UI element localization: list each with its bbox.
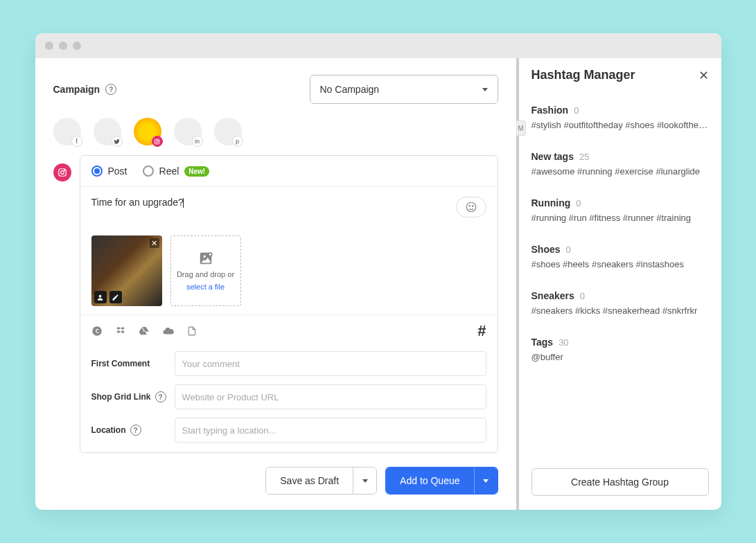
radio-icon [143,166,154,177]
hashtag-group-name: Tags [531,337,554,348]
hashtag-group[interactable]: Running0#running #run #fitness #runner #… [531,197,709,223]
file-icon[interactable] [187,326,197,337]
pinterest-icon: p [232,136,243,147]
save-draft-options[interactable] [353,468,376,494]
media-thumbnail[interactable]: ✕ [91,235,162,306]
account-twitter[interactable] [94,118,121,145]
dropbox-icon[interactable] [115,326,126,337]
help-icon[interactable]: ? [155,391,166,402]
help-icon[interactable]: ? [105,84,116,95]
upload-dropzone[interactable]: Drag and drop or select a file [170,235,241,306]
save-draft-label[interactable]: Save as Draft [266,468,353,494]
hashtag-group-count: 0 [580,291,585,301]
sidebar-peek-tab: M [516,121,526,136]
hashtag-group-count: 0 [566,244,571,255]
location-label: Location [91,425,126,435]
hashtag-group-name: Shoes [531,244,561,255]
account-linkedin[interactable]: in [174,118,202,145]
svg-point-2 [158,140,159,141]
first-comment-row: First Comment [80,347,498,380]
add-to-queue-label[interactable]: Add to Queue [386,468,473,494]
chevron-down-icon [482,88,488,91]
facebook-icon: f [71,136,82,147]
svg-point-7 [469,206,471,207]
dropzone-text: Drag and drop or [177,270,234,278]
window-minimize-dot[interactable] [59,42,67,50]
caption-textarea[interactable]: Time for an upgrade? [80,187,498,235]
action-row: Save as Draft Add to Queue [53,467,498,495]
hashtag-group-name: Fashion [531,105,569,116]
first-comment-input[interactable] [175,351,486,376]
hashtag-group-count: 30 [559,337,568,348]
hashtag-group-tags: #sneakers #kicks #sneakerhead #snkrfrkr [531,305,709,316]
hashtag-manager-button[interactable]: # [477,322,486,340]
create-hashtag-group-button[interactable]: Create Hashtag Group [531,468,709,496]
post-type-selector: Post Reel New! [80,156,498,187]
instagram-icon [152,136,163,147]
hashtag-group[interactable]: Fashion0#stylish #outfitoftheday #shoes … [531,105,709,130]
radio-icon [91,166,103,177]
account-selector: f in p [53,118,498,145]
onedrive-icon[interactable] [162,325,175,337]
svg-point-8 [472,206,473,207]
hashtag-group-tags: #running #run #fitness #runner #training [531,213,709,223]
location-row: Location ? [80,413,498,447]
post-type-post-label: Post [108,166,128,177]
media-row: ✕ Drag an [80,235,498,314]
canva-icon[interactable] [91,326,103,337]
emoji-button[interactable] [456,197,486,217]
campaign-dropdown[interactable]: No Campaign [310,75,498,104]
chevron-down-icon [483,479,489,483]
sidebar-header: Hashtag Manager ✕ [531,68,709,82]
media-source-icons [91,325,197,337]
help-icon[interactable]: ? [130,425,141,436]
post-type-reel-label: Reel [159,166,179,177]
sidebar-title: Hashtag Manager [531,68,635,82]
hashtag-group-list: Fashion0#stylish #outfitoftheday #shoes … [531,105,709,454]
chevron-down-icon [362,479,368,483]
hashtag-group[interactable]: Shoes0#shoes #heels #sneakers #instashoe… [531,244,709,269]
hashtag-group[interactable]: New tags25#awesome #running #exercise #l… [531,151,709,177]
main-panel: Campaign ? No Campaign f in p [35,58,516,510]
shop-grid-label: Shop Grid Link [91,392,151,402]
save-draft-button[interactable]: Save as Draft [265,467,377,495]
post-type-post[interactable]: Post [91,166,128,177]
add-to-queue-button[interactable]: Add to Queue [385,467,498,495]
window-titlebar [35,33,721,58]
add-to-queue-options[interactable] [474,468,498,494]
shop-grid-input[interactable] [175,384,486,409]
window-close-dot[interactable] [45,42,53,50]
svg-point-6 [466,202,476,212]
account-instagram[interactable] [134,118,161,145]
select-file-link[interactable]: select a file [186,283,225,291]
image-icon [198,251,213,266]
hashtag-group-tags: #shoes #heels #sneakers #instashoes [531,259,709,269]
svg-point-11 [92,326,101,335]
app-window: Campaign ? No Campaign f in p [35,33,721,510]
hashtag-group-tags: #stylish #outfitoftheday #shoes #lookoft… [531,120,709,130]
account-pinterest[interactable]: p [214,118,242,145]
google-drive-icon[interactable] [139,326,150,337]
svg-point-4 [60,171,64,175]
hashtag-sidebar: M Hashtag Manager ✕ Fashion0#stylish #ou… [516,58,721,510]
new-badge: New! [184,166,209,177]
location-input[interactable] [175,418,486,443]
close-icon[interactable]: ✕ [698,69,709,82]
tag-user-icon[interactable] [94,291,107,303]
campaign-row: Campaign ? No Campaign [53,75,498,104]
caption-text: Time for an upgrade? [91,197,185,208]
edit-media-icon[interactable] [109,291,122,303]
first-comment-label: First Comment [91,359,168,368]
twitter-icon [112,136,123,147]
composer-wrap: Post Reel New! Time for an upgrade? [53,155,498,453]
hashtag-group[interactable]: Tags30@buffer [531,337,709,362]
hashtag-group-name: Sneakers [531,290,574,301]
hashtag-group[interactable]: Sneakers0#sneakers #kicks #sneakerhead #… [531,290,709,316]
account-facebook[interactable]: f [53,118,81,145]
svg-point-5 [64,170,64,170]
post-type-reel[interactable]: Reel New! [143,166,210,177]
hashtag-group-tags: @buffer [531,352,709,362]
campaign-dropdown-value: No Campaign [320,84,380,95]
window-zoom-dot[interactable] [73,42,81,50]
remove-media-icon[interactable]: ✕ [150,238,159,248]
